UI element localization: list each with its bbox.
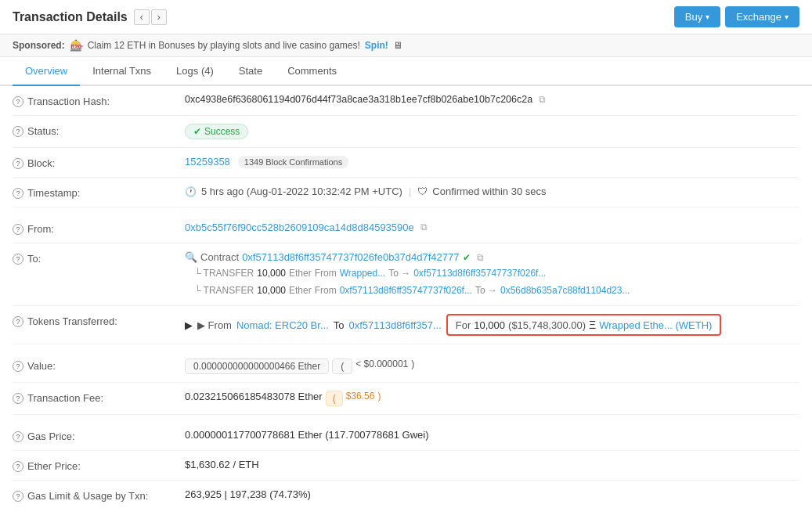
label-transaction-fee: ? Transaction Fee: <box>13 391 185 404</box>
row-tokens-transferred: ? Tokens Transferred: ▶ ▶ From Nomad: ER… <box>13 306 799 344</box>
transfer1-amount: 10,000 <box>257 268 286 279</box>
tab-state[interactable]: State <box>226 57 275 86</box>
label-ether-price: ? Ether Price: <box>13 459 185 472</box>
label-to: ? To: <box>13 251 185 265</box>
transfer1-to-addr[interactable]: 0xf57113d8f6ff35747737f026f... <box>413 268 546 279</box>
help-icon-status[interactable]: ? <box>13 126 23 137</box>
help-icon-fee[interactable]: ? <box>13 393 23 404</box>
help-icon-from[interactable]: ? <box>13 224 23 235</box>
top-bar: Transaction Details ‹ › Buy ▾ Exchange ▾ <box>0 0 812 34</box>
monitor-icon: 🖥 <box>393 40 402 51</box>
row-gas-price: ? Gas Price: 0.000000117700778681 Ether … <box>13 421 799 451</box>
value-from: 0xb5c55f76f90cc528b2609109ca14d8d8459359… <box>185 222 799 233</box>
exchange-chevron-icon: ▾ <box>785 13 789 21</box>
sponsored-bar: Sponsored: 🎰 Claim 12 ETH in Bonuses by … <box>0 34 812 57</box>
nav-arrows: ‹ › <box>134 9 167 25</box>
token-name-link[interactable]: Wrapped Ethe... (WETH) <box>599 319 712 331</box>
transfer1-from-addr[interactable]: Wrapped... <box>340 268 385 279</box>
row-status: ? Status: ✔ Success <box>13 116 799 148</box>
help-icon-ether-price[interactable]: ? <box>13 461 23 472</box>
contract-label-text: Contract <box>200 251 239 263</box>
divider <box>13 207 799 214</box>
value-usd-badge: ( <box>332 358 352 374</box>
help-icon-tokens[interactable]: ? <box>13 316 23 327</box>
clock-icon: 🕐 <box>185 186 197 197</box>
row-gas-limit: ? Gas Limit & Usage by Txn: 263,925 | 19… <box>13 481 799 510</box>
label-timestamp: ? Timestamp: <box>13 186 185 199</box>
tokens-from-addr[interactable]: Nomad: ERC20 Br... <box>236 319 329 331</box>
sponsored-label: Sponsored: <box>13 40 65 51</box>
value-gas-price: 0.000000117700778681 Ether (117.70077868… <box>185 429 799 441</box>
content: ? Transaction Hash: 0xc4938e6f6368061194… <box>0 86 812 510</box>
label-from: ? From: <box>13 222 185 235</box>
spin-link[interactable]: Spin! <box>365 40 388 51</box>
tokens-to-addr[interactable]: 0xf57113d8f6ff357... <box>348 319 441 331</box>
row-transaction-hash: ? Transaction Hash: 0xc4938e6f6368061194… <box>13 86 799 116</box>
fee-usd: $36.56 <box>346 391 375 402</box>
copy-contract-icon[interactable]: ⧉ <box>477 252 484 263</box>
value-transaction-fee: 0.023215066185483078 Ether ( $36.56 ) <box>185 391 799 406</box>
transfer2-from-addr[interactable]: 0xf57113d8f6ff35747737f026f... <box>340 285 472 296</box>
ether-price-value: $1,630.62 / ETH <box>185 459 259 470</box>
check-icon: ✔ <box>193 126 201 137</box>
value-ether-price: $1,630.62 / ETH <box>185 459 799 470</box>
help-icon-value[interactable]: ? <box>13 361 23 372</box>
gas-limit-value: 263,925 | 197,238 (74.73%) <box>185 488 311 500</box>
help-icon-gas-limit[interactable]: ? <box>13 491 23 502</box>
block-number-link[interactable]: 15259358 <box>185 156 230 168</box>
block-confirmations-badge: 1349 Block Confirmations <box>238 156 348 168</box>
row-value: ? Value: 0.000000000000000466 Ether ( < … <box>13 351 799 383</box>
help-icon-gas-price[interactable]: ? <box>13 431 23 442</box>
transfer2-amount: 10,000 <box>257 285 286 296</box>
value-block: 15259358 1349 Block Confirmations <box>185 156 799 168</box>
help-icon-to[interactable]: ? <box>13 254 23 265</box>
gas-price-value: 0.000000117700778681 Ether (117.70077868… <box>185 429 429 441</box>
copy-from-icon[interactable]: ⧉ <box>420 222 428 232</box>
status-badge: ✔ Success <box>185 124 248 139</box>
row-to: ? To: 🔍 Contract 0xf57113d8f6ff35747737f… <box>13 243 799 306</box>
from-address-link[interactable]: 0xb5c55f76f90cc528b2609109ca14d8d8459359… <box>185 222 414 233</box>
buy-button[interactable]: Buy ▾ <box>674 6 720 27</box>
divider2 <box>13 344 799 351</box>
transfer2-to-addr[interactable]: 0x56d8b635a7c88fd1104d23... <box>500 285 630 296</box>
token-usd: ($15,748,300.00) <box>508 319 586 331</box>
value-gas-limit: 263,925 | 197,238 (74.73%) <box>185 488 799 500</box>
label-gas-limit: ? Gas Limit & Usage by Txn: <box>13 488 185 502</box>
label-tokens-transferred: ? Tokens Transferred: <box>13 314 185 327</box>
tab-comments[interactable]: Comments <box>275 57 349 86</box>
help-icon-timestamp[interactable]: ? <box>13 188 23 199</box>
copy-txhash-icon[interactable]: ⧉ <box>539 94 546 105</box>
transfer1-prefix: └ TRANSFER <box>194 268 254 279</box>
confirmed-text: Confirmed within 30 secs <box>432 186 546 197</box>
nav-next-button[interactable]: › <box>151 9 167 25</box>
tx-hash-value: 0xc4938e6f6368061194d076d44f73a8cae3a318… <box>185 94 532 105</box>
tab-overview[interactable]: Overview <box>13 57 80 86</box>
value-to: 🔍 Contract 0xf57113d8f6ff35747737f026fe0… <box>185 251 799 297</box>
token-box: For 10,000 ($15,748,300.00) Ξ Wrapped Et… <box>446 314 722 336</box>
verified-icon: ✔ <box>463 252 471 263</box>
tokens-to-label: To <box>334 319 345 331</box>
for-label: For <box>456 319 471 331</box>
tabs: Overview Internal Txns Logs (4) State Co… <box>0 57 812 86</box>
tab-internal-txns[interactable]: Internal Txns <box>80 57 164 86</box>
label-value: ? Value: <box>13 358 185 372</box>
shield-icon: 🛡 <box>417 186 428 197</box>
casino-icon: 🎰 <box>70 39 83 52</box>
from-triangle-icon: ▶ <box>185 319 193 331</box>
value-transaction-hash: 0xc4938e6f6368061194d076d44f73a8cae3a318… <box>185 94 799 105</box>
sponsored-text: Claim 12 ETH in Bonuses by playing slots… <box>88 40 360 51</box>
label-transaction-hash: ? Transaction Hash: <box>13 94 185 107</box>
transfer2-prefix: └ TRANSFER <box>194 285 254 296</box>
contract-address-link[interactable]: 0xf57113d8f6ff35747737f026fe0b37d4d7f427… <box>242 251 459 263</box>
nav-prev-button[interactable]: ‹ <box>134 9 150 25</box>
timestamp-text: 🕐 5 hrs ago (Aug-01-2022 10:32:42 PM +UT… <box>185 186 547 197</box>
value-timestamp: 🕐 5 hrs ago (Aug-01-2022 10:32:42 PM +UT… <box>185 186 799 197</box>
fee-usd-badge: ( <box>326 391 343 406</box>
divider3 <box>13 415 799 421</box>
row-ether-price: ? Ether Price: $1,630.62 / ETH <box>13 451 799 481</box>
exchange-button[interactable]: Exchange ▾ <box>725 6 799 27</box>
row-timestamp: ? Timestamp: 🕐 5 hrs ago (Aug-01-2022 10… <box>13 178 799 207</box>
help-icon-txhash[interactable]: ? <box>13 96 23 107</box>
help-icon-block[interactable]: ? <box>13 158 23 169</box>
tab-logs[interactable]: Logs (4) <box>164 57 226 86</box>
